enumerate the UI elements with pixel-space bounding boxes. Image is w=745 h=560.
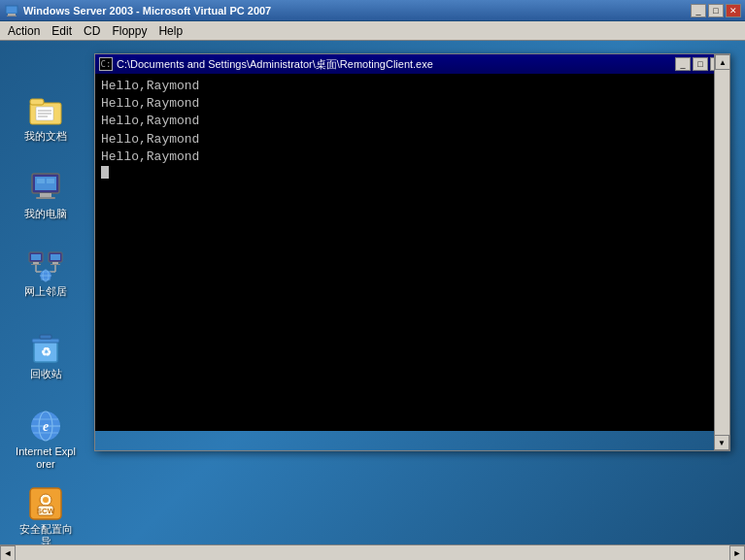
desktop-icon-network[interactable]: 网上邻居 [12,245,80,302]
cmd-window[interactable]: C: C:\Documents and Settings\Administrat… [94,53,730,451]
svg-rect-11 [40,193,51,197]
cmd-scroll-down[interactable]: ▼ [714,435,729,450]
svg-text:e: e [43,419,49,434]
desktop-icon-ie[interactable]: e Internet Explorer [12,405,80,475]
menu-edit[interactable]: Edit [46,22,78,40]
svg-rect-20 [51,254,60,260]
cmd-body-container: Hello,Raymond Hello,Raymond Hello,Raymon… [95,74,729,450]
ie-label: Internet Explorer [16,445,76,471]
vpc-maximize-btn[interactable]: □ [708,4,724,17]
my-computer-label: 我的电脑 [24,208,67,220]
menu-help[interactable]: Help [152,22,188,40]
cmd-icon: C: [99,57,113,71]
cmd-cursor [101,166,109,179]
desktop-icon-security[interactable]: SCW 安全配置向导 [12,482,80,552]
cmd-line-4: Hello,Raymond [101,131,724,148]
svg-rect-22 [51,264,60,265]
svg-rect-4 [30,99,44,105]
cmd-minimize-btn[interactable]: _ [675,57,691,71]
svg-rect-14 [47,179,54,183]
svg-point-43 [43,497,49,503]
cmd-scroll-up[interactable]: ▲ [715,54,730,70]
security-icon: SCW [28,486,63,521]
recycle-label: 回收站 [30,368,62,380]
scroll-right-btn[interactable]: ► [729,545,745,561]
svg-rect-17 [33,262,39,264]
my-documents-icon [28,93,63,128]
menu-cd[interactable]: CD [78,22,106,40]
vpc-menubar: Action Edit CD Floppy Help [0,21,745,41]
svg-text:♻: ♻ [41,346,51,359]
svg-rect-18 [31,264,41,265]
svg-rect-21 [52,262,58,264]
vpc-icon [4,3,19,18]
desktop-scrollbar[interactable]: ◄ ► [0,544,745,560]
svg-rect-33 [40,335,51,339]
svg-text:SCW: SCW [37,507,55,515]
ie-icon: e [28,409,63,444]
svg-rect-13 [37,179,45,183]
menu-floppy[interactable]: Floppy [106,22,152,40]
desktop: 我的文档 我的电脑 [0,41,745,560]
cmd-line-3: Hello,Raymond [101,113,724,130]
cmd-restore-btn[interactable]: □ [693,57,708,71]
vpc-minimize-btn[interactable]: _ [691,4,706,17]
my-documents-label: 我的文档 [24,130,67,143]
cmd-line-5: Hello,Raymond [101,148,724,166]
cmd-titlebar: C: C:\Documents and Settings\Administrat… [95,54,729,74]
cmd-prompt-line [101,166,724,184]
recycle-icon: ♻ [28,331,63,366]
svg-rect-0 [6,6,17,14]
cmd-line-2: Hello,Raymond [101,95,724,113]
vpc-close-btn[interactable]: ✕ [726,4,741,17]
network-icon [28,248,63,283]
vpc-title-text: Windows Server 2003 - Microsoft Virtual … [23,5,691,16]
svg-rect-12 [36,197,55,199]
cmd-line-1: Hello,Raymond [101,78,724,95]
desktop-icon-recycle[interactable]: ♻ 回收站 [12,327,80,384]
desktop-icon-my-documents[interactable]: 我的文档 [12,89,80,147]
svg-rect-1 [8,14,16,16]
menu-action[interactable]: Action [2,22,46,40]
cmd-scrollbar[interactable]: ▲ ▼ [714,54,729,450]
vpc-titlebar: Windows Server 2003 - Microsoft Virtual … [0,0,745,21]
svg-rect-2 [7,16,17,16]
cmd-title-text: C:\Documents and Settings\Administrator\… [117,57,675,72]
desktop-icon-my-computer[interactable]: 我的电脑 [12,167,80,224]
svg-rect-16 [31,254,41,260]
svg-rect-32 [32,339,59,343]
network-label: 网上邻居 [24,285,67,298]
scroll-left-btn[interactable]: ◄ [0,545,16,561]
my-computer-icon [28,171,63,206]
cmd-body[interactable]: Hello,Raymond Hello,Raymond Hello,Raymon… [95,74,729,431]
